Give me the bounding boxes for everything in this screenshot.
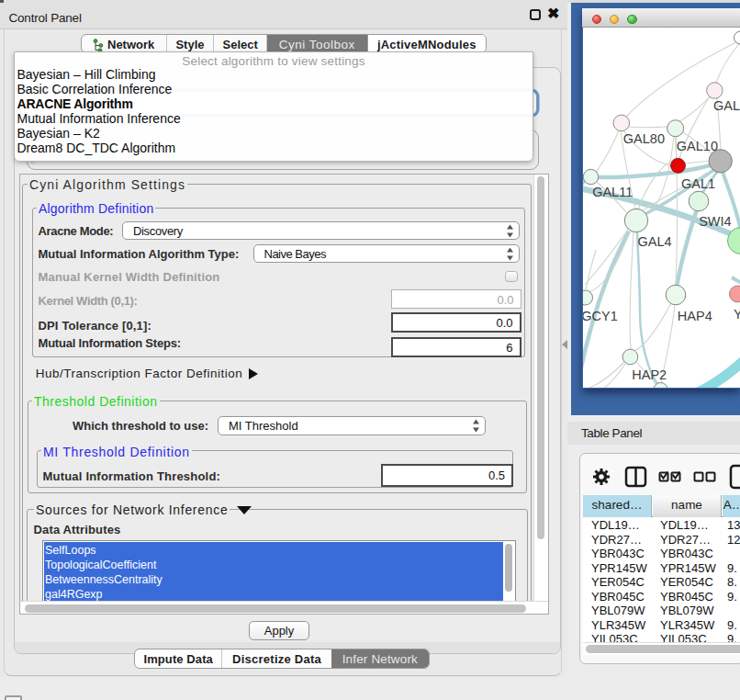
svg-text:SWI4: SWI4: [699, 214, 731, 229]
svg-text:HAP2: HAP2: [632, 367, 667, 382]
svg-text:GAL11: GAL11: [592, 185, 633, 199]
svg-text:GAL80: GAL80: [623, 131, 665, 146]
svg-text:GCY1: GCY1: [583, 309, 618, 323]
svg-text:HAP4: HAP4: [678, 309, 712, 323]
svg-text:GAL1: GAL1: [681, 176, 715, 191]
svg-text:GAL2: GAL2: [713, 98, 740, 113]
svg-text:Y: Y: [734, 307, 740, 322]
svg-text:GAL4: GAL4: [637, 234, 671, 249]
svg-text:GAL10: GAL10: [677, 139, 718, 153]
